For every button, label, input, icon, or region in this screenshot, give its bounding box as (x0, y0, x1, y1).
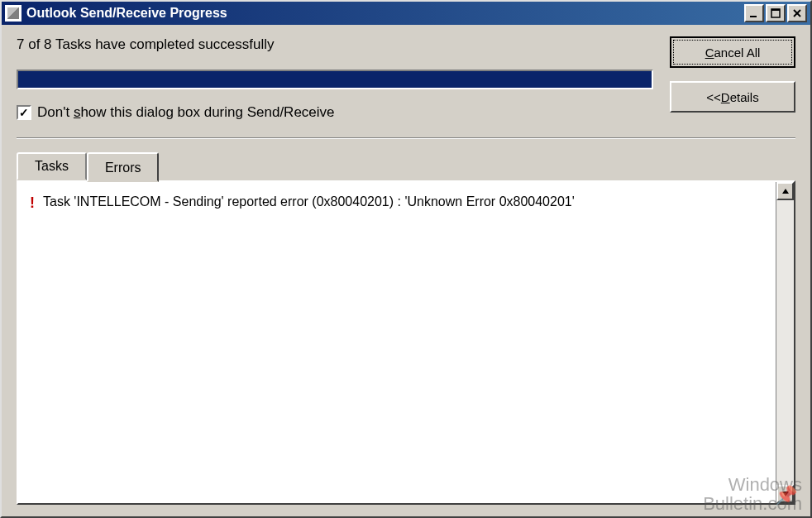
svg-marker-5 (782, 189, 789, 194)
vertical-scrollbar[interactable] (776, 182, 794, 503)
error-icon: ! (30, 192, 35, 214)
dialog-content: 7 of 8 Tasks have completed successfully… (2, 25, 810, 516)
close-icon (792, 8, 802, 18)
error-text: Task 'INTELLECOM - Sending' reported err… (43, 192, 575, 212)
tabs-area: Tasks Errors ! Task 'INTELLECOM - Sendin… (17, 152, 795, 505)
error-item[interactable]: ! Task 'INTELLECOM - Sending' reported e… (30, 192, 764, 214)
dont-show-checkbox[interactable]: ✓ (17, 105, 31, 120)
minimize-button[interactable] (744, 4, 764, 22)
maximize-icon (771, 8, 781, 18)
buttons-column: Cancel All << Details (670, 36, 795, 113)
tab-tasks[interactable]: Tasks (17, 152, 87, 180)
svg-marker-6 (782, 492, 789, 496)
status-column: 7 of 8 Tasks have completed successfully… (17, 36, 653, 121)
cancel-all-button[interactable]: Cancel All (670, 36, 795, 68)
chevron-up-icon (782, 189, 789, 194)
scroll-down-button[interactable] (776, 485, 794, 503)
close-button[interactable] (787, 4, 807, 22)
top-row: 7 of 8 Tasks have completed successfully… (17, 36, 795, 121)
divider (17, 137, 795, 139)
maximize-button[interactable] (766, 4, 786, 22)
status-text: 7 of 8 Tasks have completed successfully (17, 36, 653, 53)
titlebar: Outlook Send/Receive Progress (2, 2, 810, 25)
svg-rect-0 (750, 16, 757, 17)
progress-bar (17, 70, 653, 89)
scroll-up-button[interactable] (776, 182, 794, 200)
app-icon (5, 5, 21, 22)
dont-show-label: Don't show this dialog box during Send/R… (37, 104, 335, 121)
svg-rect-2 (771, 9, 780, 11)
chevron-down-icon (782, 492, 789, 496)
window-title: Outlook Send/Receive Progress (26, 6, 744, 21)
minimize-icon (749, 8, 759, 18)
error-list: ! Task 'INTELLECOM - Sending' reported e… (18, 182, 776, 503)
tab-errors[interactable]: Errors (87, 152, 160, 182)
errors-panel: ! Task 'INTELLECOM - Sending' reported e… (17, 180, 795, 505)
titlebar-button-group (744, 4, 807, 22)
tab-strip: Tasks Errors (17, 152, 795, 180)
dont-show-checkbox-row: ✓ Don't show this dialog box during Send… (17, 104, 653, 121)
details-button[interactable]: << Details (670, 81, 795, 113)
checkmark-icon: ✓ (19, 107, 29, 118)
scroll-track[interactable] (776, 200, 794, 485)
dialog-window: Outlook Send/Receive Progress 7 of 8 Tas… (0, 0, 812, 518)
